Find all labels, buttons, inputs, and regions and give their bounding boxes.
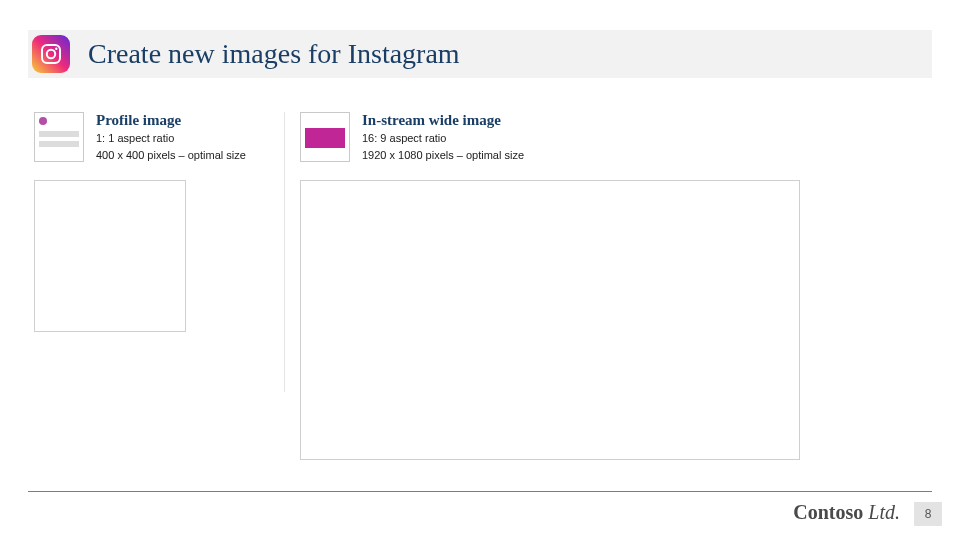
- page-title: Create new images for Instagram: [88, 38, 460, 70]
- footer-rule: [28, 491, 932, 492]
- wide-ratio: 16: 9 aspect ratio: [362, 131, 524, 146]
- profile-heading: Profile image: [96, 112, 246, 129]
- svg-point-2: [55, 48, 57, 50]
- profile-ratio: 1: 1 aspect ratio: [96, 131, 246, 146]
- profile-thumb-icon: [34, 112, 84, 162]
- brand-suffix: Ltd.: [863, 501, 900, 523]
- profile-preview-box: [34, 180, 186, 332]
- svg-point-1: [47, 50, 55, 58]
- wide-thumb-icon: [300, 112, 350, 162]
- brand-name: Contoso: [793, 501, 863, 523]
- page-number: 8: [925, 507, 932, 521]
- wide-preview-box: [300, 180, 800, 460]
- wide-size: 1920 x 1080 pixels – optimal size: [362, 148, 524, 163]
- title-bar: Create new images for Instagram: [28, 30, 932, 78]
- profile-spec: Profile image 1: 1 aspect ratio 400 x 40…: [34, 112, 294, 163]
- profile-size: 400 x 400 pixels – optimal size: [96, 148, 246, 163]
- column-divider: [284, 112, 285, 392]
- instagram-icon: [32, 35, 70, 73]
- page-number-badge: 8: [914, 502, 942, 526]
- wide-spec: In-stream wide image 16: 9 aspect ratio …: [300, 112, 830, 163]
- brand-label: Contoso Ltd.: [793, 501, 900, 524]
- wide-heading: In-stream wide image: [362, 112, 524, 129]
- svg-rect-0: [42, 45, 60, 63]
